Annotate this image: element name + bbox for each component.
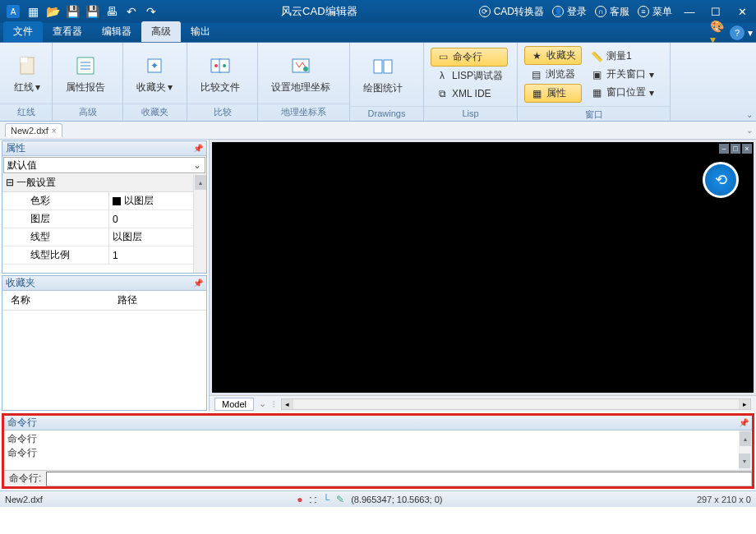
- h-scrollbar[interactable]: ◂ ▸: [281, 398, 751, 410]
- menu-button[interactable]: ≡菜单: [638, 5, 672, 19]
- window-icon: ▣: [590, 68, 603, 81]
- minimize-button[interactable]: —: [680, 3, 698, 20]
- chevron-down-icon: ▾: [168, 81, 173, 93]
- saveas-icon[interactable]: 💾: [84, 3, 100, 20]
- group-drawings: Drawings: [350, 106, 423, 121]
- status-grid-icon[interactable]: ⸬: [310, 494, 316, 505]
- scroll-right-icon[interactable]: ▸: [739, 399, 750, 409]
- doc-close-icon[interactable]: ×: [52, 127, 57, 136]
- app-logo[interactable]: A: [5, 3, 21, 20]
- favorites-icon: ✦: [141, 53, 168, 79]
- doctabs-expand-icon[interactable]: ⌄: [746, 126, 753, 135]
- props-icon: ▦: [530, 87, 543, 100]
- prop-row-scale[interactable]: 线型比例1: [2, 246, 206, 265]
- cad-converter-button[interactable]: ⟳CAD转换器: [479, 5, 544, 19]
- model-tab[interactable]: Model: [214, 398, 254, 411]
- canvas-close-icon[interactable]: ×: [742, 144, 752, 154]
- drawing-canvas[interactable]: – □ × ⟲: [212, 142, 754, 393]
- lisp-icon: λ: [436, 69, 449, 82]
- prop-row-color[interactable]: 色彩以图层: [2, 192, 206, 210]
- status-icon-1[interactable]: ●: [297, 494, 302, 505]
- pin-icon[interactable]: 📌: [739, 418, 749, 427]
- props-default-select[interactable]: 默认值: [3, 157, 205, 173]
- fav-col-name[interactable]: 名称: [2, 291, 109, 310]
- tab-viewer[interactable]: 查看器: [43, 21, 92, 42]
- group-redline: 红线: [0, 104, 52, 121]
- canvas-min-icon[interactable]: –: [719, 144, 729, 154]
- browser-button[interactable]: ▤浏览器: [524, 66, 582, 83]
- service-button[interactable]: ∩客服: [595, 5, 629, 19]
- cmdline-button[interactable]: ▭命令行: [431, 48, 508, 67]
- pin-icon[interactable]: 📌: [193, 144, 203, 153]
- new-icon[interactable]: ▦: [25, 3, 41, 20]
- measure1-button[interactable]: 📏测量1: [585, 48, 659, 65]
- canvas-max-icon[interactable]: □: [731, 144, 740, 154]
- redline-button[interactable]: 红线▾: [7, 49, 48, 98]
- help-button[interactable]: ?: [730, 25, 744, 40]
- svg-rect-16: [384, 60, 392, 73]
- compass-button[interactable]: ⟲: [703, 162, 739, 198]
- close-button[interactable]: ✕: [733, 3, 751, 20]
- ribbon-expand-icon[interactable]: ⌄: [746, 110, 753, 119]
- favorites-button[interactable]: ✦ 收藏夹▾: [130, 49, 179, 98]
- tab-file[interactable]: 文件: [3, 21, 43, 42]
- group-advanced: 高级: [53, 104, 122, 121]
- draw-stats-button[interactable]: 绘图统计: [357, 50, 409, 99]
- status-ortho-icon[interactable]: └: [323, 494, 330, 505]
- winpos-icon: ▦: [590, 86, 603, 99]
- chevron-down-icon: ▾: [649, 69, 654, 81]
- prop-row-layer[interactable]: 图层0: [2, 210, 206, 228]
- group-lisp: Lisp: [424, 106, 517, 121]
- status-snap-icon[interactable]: ✎: [336, 494, 344, 505]
- fav-col-path[interactable]: 路径: [109, 291, 145, 310]
- prop-row-linetype[interactable]: 线型以图层: [2, 228, 206, 246]
- login-button[interactable]: 👤登录: [552, 5, 587, 19]
- print-icon[interactable]: 🖶: [104, 3, 120, 20]
- style-dropdown-icon[interactable]: 🎨▾: [710, 25, 726, 41]
- cmd-input[interactable]: [46, 472, 752, 486]
- geo-icon: [288, 53, 314, 79]
- status-coords: (8.965347; 10.5663; 0): [351, 495, 442, 504]
- group-favorites: 收藏夹: [123, 104, 187, 121]
- doc-tab[interactable]: New2.dxf ×: [5, 123, 62, 137]
- maximize-button[interactable]: ☐: [707, 3, 725, 20]
- group-window: 窗口: [518, 106, 670, 123]
- redo-icon[interactable]: ↷: [143, 3, 159, 20]
- open-icon[interactable]: 📂: [44, 3, 61, 20]
- compare-file-button[interactable]: 比较文件: [194, 49, 247, 98]
- property-report-button[interactable]: 属性报告: [59, 49, 112, 98]
- props-scrollbar[interactable]: ▴: [193, 174, 206, 273]
- tab-editor[interactable]: 编辑器: [92, 21, 141, 42]
- cmd-panel-title: 命令行: [7, 416, 739, 430]
- cmd-scrollbar[interactable]: ▴▾: [739, 430, 752, 470]
- cmdline-icon: ▭: [436, 50, 449, 63]
- geo-coord-button[interactable]: 设置地理坐标: [265, 49, 337, 98]
- scroll-left-icon[interactable]: ◂: [282, 399, 293, 409]
- properties-button[interactable]: ▦属性: [524, 84, 582, 103]
- fav-small-icon: ★: [530, 49, 543, 62]
- tab-output[interactable]: 输出: [181, 21, 220, 42]
- undo-icon[interactable]: ↶: [123, 3, 140, 20]
- save-icon[interactable]: 💾: [64, 3, 81, 20]
- chevron-down-icon: ▾: [35, 81, 40, 93]
- browser-icon: ▤: [529, 68, 542, 81]
- status-dims: 297 x 210 x 0: [680, 495, 751, 504]
- lisp-debugger-button[interactable]: λLISP调试器: [431, 67, 508, 85]
- tab-advanced[interactable]: 高级: [141, 21, 181, 42]
- xml-ide-button[interactable]: ⧉XML IDE: [431, 85, 508, 102]
- redline-icon: [14, 53, 40, 79]
- app-title: 风云CAD编辑器: [159, 4, 479, 19]
- props-section-general[interactable]: ⊟ 一般设置: [2, 174, 206, 192]
- svg-text:A: A: [11, 7, 16, 16]
- open-window-button[interactable]: ▣开关窗口▾: [585, 66, 659, 83]
- help-dropdown-icon[interactable]: ▾: [748, 27, 753, 39]
- model-dropdown-icon[interactable]: ⌄: [259, 398, 266, 409]
- window-pos-button[interactable]: ▦窗口位置▾: [585, 84, 659, 101]
- fav-small-button[interactable]: ★收藏夹: [524, 46, 582, 65]
- xml-icon: ⧉: [436, 87, 449, 100]
- pin-icon[interactable]: 📌: [193, 279, 203, 288]
- status-filename: New2.dxf: [5, 495, 59, 504]
- group-compare: 比较: [187, 104, 257, 121]
- cmd-output: 命令行 命令行 ▴▾: [4, 430, 752, 470]
- props-panel-title: 属性: [6, 141, 193, 155]
